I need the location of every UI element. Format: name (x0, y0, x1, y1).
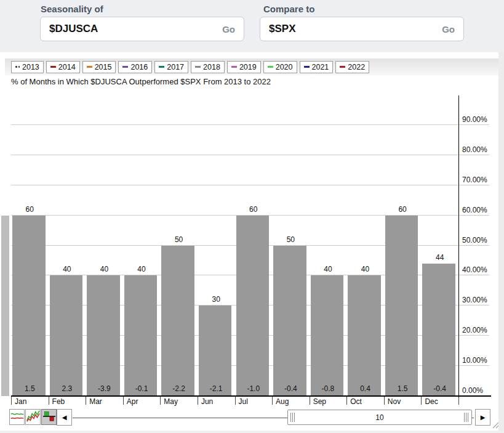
bar-baseline-label: -0.4 (284, 384, 297, 393)
seasonality-of-label: Seasonality of (41, 4, 103, 14)
bar-baseline-label: -3.9 (98, 384, 111, 393)
year-legend-bar: 2013201420152016201720182019202020212022 (5, 59, 498, 75)
bar-sep (311, 275, 344, 396)
seasonality-go-button[interactable]: Go (222, 24, 235, 34)
bar-value-label: 44 (436, 253, 444, 262)
right-page-gutter (498, 52, 504, 433)
y-axis-label: 60.00% (462, 206, 487, 214)
legend-year-label: 2016 (130, 63, 148, 71)
bar-aug (273, 246, 306, 397)
seasonality-page: Seasonality of Go Compare to Go 20132014… (0, 0, 504, 433)
legend-year-label: 2021 (312, 63, 329, 71)
bar-mar (87, 275, 120, 396)
dash-line-marker-icon (87, 66, 92, 68)
dash-line-marker-icon (304, 66, 310, 68)
scrollbar-value: 10 (375, 413, 383, 422)
bar-value-label: 60 (26, 205, 34, 214)
bar-oct (348, 275, 381, 396)
legend-year-label: 2019 (239, 63, 257, 71)
compare-symbol-input[interactable] (269, 23, 442, 35)
y-axis-label: 10.00% (462, 356, 487, 365)
compare-go-button[interactable]: Go (442, 24, 455, 34)
bottom-page-gutter (0, 431, 504, 433)
bar-baseline-label: 2.3 (62, 384, 73, 393)
dash-line-marker-icon (122, 66, 128, 68)
legend-year-2015[interactable]: 2015 (82, 61, 116, 73)
bar-value-label: 40 (361, 265, 369, 273)
x-axis-tick (310, 397, 310, 405)
scroll-right-button[interactable]: ▶ (475, 409, 490, 426)
legend-year-2016[interactable]: 2016 (118, 61, 152, 73)
y-axis-line (458, 95, 459, 397)
bar-value-label: 40 (100, 265, 108, 273)
month-label-mar: Mar (89, 397, 102, 406)
dash-line-marker-icon (195, 66, 201, 68)
x-axis-tick (421, 397, 422, 405)
month-label-jul: Jul (239, 397, 248, 406)
bar-value-label: 60 (249, 205, 257, 214)
bar-value-label: 40 (324, 265, 332, 273)
bar-jul (236, 216, 270, 396)
y-axis-label: 40.00% (462, 265, 487, 274)
x-axis-tick (160, 397, 161, 405)
bar-jun (199, 306, 232, 396)
dash-line-marker-icon (231, 66, 237, 68)
x-axis-tick (11, 397, 12, 405)
smooth-line-chart-icon (10, 410, 24, 425)
bar-value-label: 50 (175, 235, 183, 244)
bar-value-label: 50 (287, 235, 295, 244)
jagged-line-view-button[interactable] (25, 409, 41, 425)
gridline-80.00% (11, 155, 489, 155)
legend-year-label: 2020 (276, 63, 293, 71)
bar-value-label: 40 (137, 265, 145, 273)
seasonality-bars-icon (42, 410, 56, 425)
legend-year-label: 2014 (58, 63, 76, 71)
x-axis-tick (198, 397, 198, 405)
legend-year-2021[interactable]: 2021 (300, 61, 334, 73)
legend-year-2014[interactable]: 2014 (46, 61, 80, 73)
bar-apr (124, 275, 158, 396)
bar-may (161, 246, 194, 397)
dash-line-marker-icon (50, 66, 56, 68)
bar-baseline-label: 1.5 (398, 384, 408, 393)
month-label-jun: Jun (201, 397, 213, 406)
y-axis-label: 90.00% (462, 115, 487, 124)
bar-feb (50, 275, 83, 396)
x-axis-tick (86, 397, 86, 405)
bar-baseline-label: -2.2 (172, 384, 185, 393)
smooth-line-view-button[interactable] (9, 409, 25, 425)
month-label-oct: Oct (350, 397, 362, 406)
x-axis-tick (123, 397, 124, 405)
scrollbar-thumb[interactable]: 10 (287, 410, 472, 425)
thumb-right-grip-icon (464, 413, 469, 422)
x-axis-tick (49, 397, 49, 405)
legend-year-2017[interactable]: 2017 (154, 61, 188, 73)
seasonality-symbol-input[interactable] (49, 23, 222, 35)
clipped-left-bar (1, 216, 9, 396)
legend-year-label: 2022 (348, 63, 365, 71)
bar-baseline-label: -0.4 (433, 384, 446, 393)
legend-year-2013[interactable]: 2013 (11, 61, 44, 73)
gridline-70.00% (11, 185, 489, 185)
bar-baseline-label: 0.4 (360, 384, 370, 393)
dot (18, 66, 20, 68)
bar-value-label: 40 (63, 265, 71, 273)
y-axis-label: 80.00% (462, 145, 487, 154)
x-axis-tick (384, 397, 385, 405)
bar-value-label: 60 (398, 205, 406, 214)
legend-year-2019[interactable]: 2019 (227, 61, 261, 73)
month-label-nov: Nov (388, 397, 401, 406)
thumb-left-grip-icon (290, 413, 295, 422)
scroll-left-button[interactable]: ◀ (57, 409, 72, 426)
legend-year-label: 2013 (22, 63, 39, 71)
legend-year-2022[interactable]: 2022 (335, 61, 369, 73)
seasonality-bars-view-button[interactable] (41, 409, 57, 425)
bar-jan (12, 216, 46, 396)
compare-to-label: Compare to (263, 4, 314, 14)
legend-year-2020[interactable]: 2020 (263, 61, 297, 73)
month-label-jan: Jan (15, 397, 26, 406)
jagged-line-chart-icon (26, 410, 40, 425)
bar-baseline-label: 1.5 (25, 384, 35, 393)
compare-input-box: Go (260, 17, 464, 41)
legend-year-2018[interactable]: 2018 (191, 61, 225, 73)
